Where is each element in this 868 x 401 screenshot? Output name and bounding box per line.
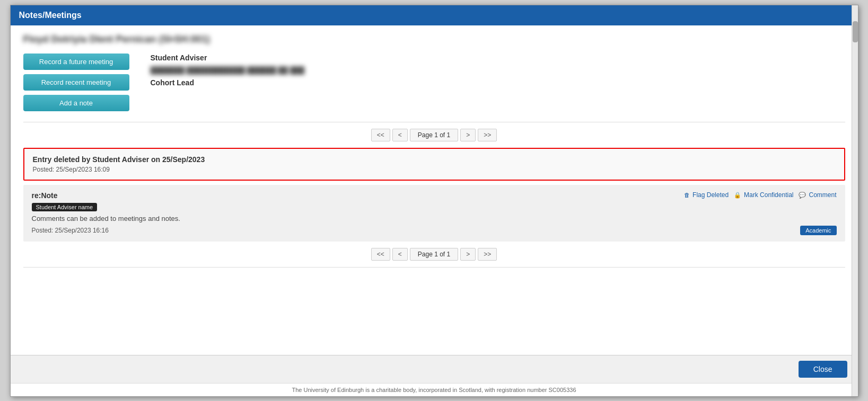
first-page-bottom-button[interactable]: << xyxy=(371,248,390,261)
next-page-bottom-button[interactable]: > xyxy=(460,248,476,261)
add-note-button[interactable]: Add a note xyxy=(23,95,129,111)
note-actions: Flag Deleted Mark Confidential Comment xyxy=(684,191,836,199)
prev-page-top-button[interactable]: < xyxy=(392,129,408,141)
last-page-top-button[interactable]: >> xyxy=(478,129,497,141)
note-header: re:Note Flag Deleted Mark Confidential C… xyxy=(32,191,837,200)
top-section: Record a future meeting Record recent me… xyxy=(23,54,845,111)
pagination-bottom: << < Page 1 of 1 > >> xyxy=(23,248,845,261)
first-page-top-button[interactable]: << xyxy=(371,129,390,141)
record-future-meeting-button[interactable]: Record a future meeting xyxy=(23,54,129,70)
student-adviser-label: Student Adviser xyxy=(151,54,305,62)
content-area: Floyd Dotriyia Dlent Pernican (SI•SH:001… xyxy=(11,25,858,355)
divider-1 xyxy=(23,122,845,122)
record-recent-meeting-button[interactable]: Record recent meeting xyxy=(23,74,129,91)
deleted-entry: Entry deleted by Student Adviser on 25/S… xyxy=(23,148,845,181)
deleted-entry-title: Entry deleted by Student Adviser on 25/S… xyxy=(33,155,836,164)
main-window: Notes/Meetings Floyd Dotriyia Dlent Pern… xyxy=(10,5,858,397)
mark-confidential-link[interactable]: Mark Confidential xyxy=(734,191,793,199)
page-info-bottom: Page 1 of 1 xyxy=(410,248,458,261)
deleted-entry-posted: Posted: 25/Sep/2023 16:09 xyxy=(33,166,836,173)
divider-2 xyxy=(23,267,845,268)
note-posted: Posted: 25/Sep/2023 16:16 xyxy=(32,227,109,234)
academic-badge: Academic xyxy=(800,226,836,235)
note-footer: Posted: 25/Sep/2023 16:16 Academic xyxy=(32,226,837,235)
trash-icon xyxy=(684,191,691,199)
window-title: Notes/Meetings xyxy=(19,11,82,20)
cohort-lead-label: Cohort Lead xyxy=(151,78,305,87)
comment-icon xyxy=(799,191,807,199)
flag-deleted-link[interactable]: Flag Deleted xyxy=(684,191,729,199)
title-bar: Notes/Meetings xyxy=(11,5,858,25)
prev-page-bottom-button[interactable]: < xyxy=(392,248,408,261)
lock-icon xyxy=(734,191,742,199)
student-adviser-value: ███████ ████████████ ██████ ██ ███ xyxy=(151,66,305,74)
bottom-bar: Close xyxy=(11,355,858,383)
last-page-bottom-button[interactable]: >> xyxy=(478,248,497,261)
note-title: re:Note xyxy=(32,191,58,200)
student-name: Floyd Dotriyia Dlent Pernican (SI•SH:001… xyxy=(23,34,845,45)
note-left: re:Note xyxy=(32,191,58,200)
comment-link[interactable]: Comment xyxy=(799,191,836,199)
adviser-badge: Student Adviser name xyxy=(32,203,98,211)
note-entry: re:Note Flag Deleted Mark Confidential C… xyxy=(23,185,845,242)
note-comment: Comments can be added to meetings and no… xyxy=(32,215,837,222)
scrollbar-thumb[interactable] xyxy=(853,21,858,42)
page-info-top: Page 1 of 1 xyxy=(410,129,458,141)
next-page-top-button[interactable]: > xyxy=(460,129,476,141)
scrollbar-track[interactable] xyxy=(852,5,858,396)
close-button[interactable]: Close xyxy=(799,361,847,378)
pagination-top: << < Page 1 of 1 > >> xyxy=(23,129,845,141)
footer-text: The University of Edinburgh is a charita… xyxy=(11,383,858,396)
action-buttons: Record a future meeting Record recent me… xyxy=(23,54,129,111)
adviser-info: Student Adviser ███████ ████████████ ███… xyxy=(151,54,305,111)
